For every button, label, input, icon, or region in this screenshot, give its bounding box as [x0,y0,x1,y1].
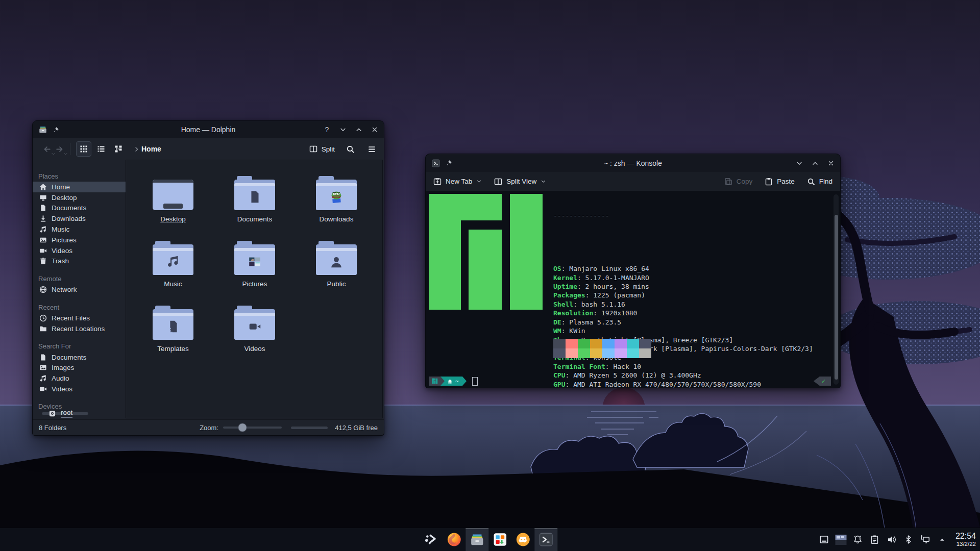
new-tab-button[interactable]: New Tab [433,178,482,186]
zoom-slider[interactable] [223,427,282,429]
taskbar-app-app-launcher[interactable] [420,528,443,551]
sidebar-documents[interactable]: Documents [33,352,126,363]
palette-swatch [627,339,639,348]
tray-volume[interactable] [885,532,898,547]
neofetch-line-uptime: Uptime: 2 hours, 38 mins [553,282,813,291]
folder-name: Templates [157,345,189,353]
taskbar-app-konsole[interactable] [534,528,557,551]
palette-swatch [590,339,602,348]
sidebar-downloads[interactable]: Downloads [33,213,126,224]
taskbar-app-discord[interactable] [511,528,534,551]
folder-pictures[interactable]: Pictures [214,232,296,297]
close-button[interactable] [371,126,378,134]
tray-expand-tray[interactable] [936,532,949,547]
sidebar-videos[interactable]: Videos [33,384,126,394]
folder-music[interactable]: Music [132,232,214,297]
dolphin-window: Home — Dolphin ? Home [32,120,384,436]
chevron-down-icon [541,179,546,184]
folder-public[interactable]: Public [296,232,377,297]
details-view-button[interactable] [111,141,126,157]
sidebar-pictures[interactable]: Pictures [33,235,126,245]
tray-icon [853,535,863,544]
tray-bluetooth[interactable] [902,532,915,547]
tray-clipboard[interactable] [868,532,881,547]
sidebar-audio[interactable]: Audio [33,373,126,384]
taskbar-app-software-center[interactable] [488,528,511,551]
palette-swatch [639,339,651,348]
help-button[interactable]: ? [323,126,331,134]
sidebar-home[interactable]: Home [33,182,126,192]
pin-icon[interactable] [446,160,452,166]
compact-view-button[interactable] [93,141,109,157]
window-title: ~ : zsh — Konsole [426,159,840,167]
tray-network[interactable] [919,532,932,547]
paste-button[interactable]: Paste [765,178,795,186]
sidebar-desktop[interactable]: Desktop [33,192,126,203]
neofetch-line-wm: WM: KWin [553,327,813,335]
split-button[interactable]: Split [309,145,335,153]
zoom-slider-knob[interactable] [238,423,247,432]
palette-swatch [602,348,615,358]
folder-downloads[interactable]: Downloads [296,167,377,232]
icons-view-button[interactable] [76,141,91,157]
folder-view[interactable]: Desktop Documents [126,160,383,418]
status-ok-check: ✓ [822,378,825,385]
tray-notifications[interactable] [851,532,865,547]
sidebar-documents[interactable]: Documents [33,203,126,214]
konsole-titlebar[interactable]: ~ : zsh — Konsole [426,154,840,172]
minimize-button[interactable] [339,126,347,134]
sidebar-music[interactable]: Music [33,224,126,235]
palette-swatch [615,348,627,358]
sidebar-item-icon [39,215,47,222]
forward-button[interactable] [53,142,65,156]
home-icon [447,379,453,384]
sidebar-trash[interactable]: Trash [33,256,126,267]
tray-pager[interactable] [835,532,848,547]
maximize-button[interactable] [355,126,362,134]
pin-icon[interactable] [53,127,59,133]
sidebar-network[interactable]: Network [33,284,126,295]
sidebar-item-icon [39,257,47,265]
menu-button[interactable] [365,142,378,156]
split-view-button[interactable]: Split View [494,178,546,186]
sidebar-places: Places [33,170,126,182]
scrollbar-handle[interactable] [835,215,838,380]
folder-desktop[interactable]: Desktop [132,167,214,232]
close-button[interactable] [827,159,835,167]
palette-swatch [578,348,590,358]
folder-icon [234,180,275,210]
neofetch-line-packages: Packages: 1225 (pacman) [553,291,813,299]
sidebar-devices: Devices [33,401,126,412]
sidebar-videos[interactable]: Videos [33,245,126,256]
search-button[interactable] [344,142,356,156]
tray-icon [920,535,930,544]
minimize-button[interactable] [795,159,803,167]
back-button[interactable] [41,142,53,156]
folder-emblem-icon [165,189,181,205]
split-view-icon [494,178,502,186]
copy-button[interactable]: Copy [724,178,753,186]
sidebar-recent-files[interactable]: Recent Files [33,313,126,323]
clock[interactable]: 22:54 13/2/22 [955,532,976,547]
sidebar-images[interactable]: Images [33,363,126,373]
folder-documents[interactable]: Documents [214,167,296,232]
breadcrumb-location[interactable]: Home [141,145,161,153]
taskbar-app-firefox[interactable] [443,528,465,551]
breadcrumb[interactable]: Home [133,145,161,153]
find-button[interactable]: Find [807,178,832,186]
terminal[interactable]: -------------- OS: Manjaro Linux x86_64K… [426,191,840,388]
maximize-button[interactable] [811,159,819,167]
scrollbar[interactable] [834,194,839,385]
tray-show-desktop[interactable] [818,532,831,547]
konsole-window-icon [431,159,440,168]
sidebar-recent-locations[interactable]: Recent Locations [33,323,126,334]
folder-templates[interactable]: Templates [132,297,214,362]
dolphin-titlebar[interactable]: Home — Dolphin ? [33,121,384,138]
folder-emblem-icon [165,254,181,269]
folder-videos[interactable]: Videos [214,297,296,362]
folder-name: Pictures [242,280,267,288]
sidebar-root[interactable]: root [42,412,88,415]
taskbar-app-dolphin[interactable] [465,528,488,551]
folder-count: 8 Folders [39,424,66,432]
clock-time: 22:54 [955,532,976,541]
